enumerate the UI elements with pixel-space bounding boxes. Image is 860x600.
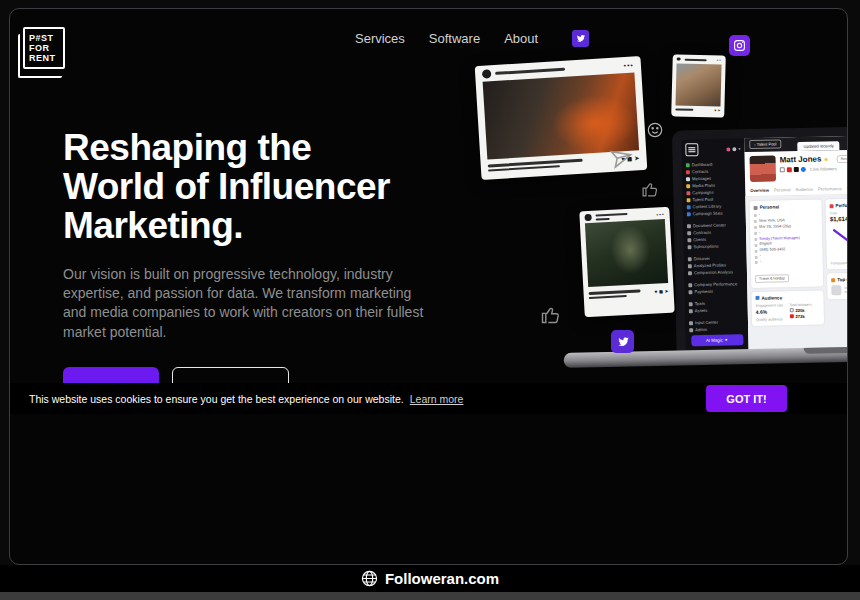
logo-line: FOR: [29, 43, 63, 53]
avatar: [584, 214, 591, 221]
personal-row-icon: [755, 255, 758, 258]
bottom-strip: [0, 592, 860, 600]
total-followers-label: Total followers: [789, 303, 812, 307]
username-placeholder: [595, 212, 627, 216]
youtube-icon: [789, 315, 793, 319]
engagement-rate-value: 4.6%: [756, 308, 784, 315]
engagement-rate-label: Engagement rate: [756, 303, 784, 308]
sidebar-item-label: Messages: [692, 176, 711, 181]
sidebar-item-label: Discover: [694, 256, 710, 261]
personal-row-icon: [754, 214, 757, 217]
site-footer: Followeran.com: [0, 565, 860, 592]
post-footer: ♥ ➤: [671, 105, 724, 114]
caption-placeholder: [589, 289, 641, 294]
thumbs-up-icon: [540, 305, 560, 325]
chart-icon: [830, 204, 834, 208]
sidebar-item-label: Campaigns: [692, 190, 713, 195]
sidebar-item-label: Comparison Analysis: [694, 269, 733, 275]
sidebar-item-label: Company Performance: [694, 281, 737, 287]
sidebar-item-label: Campaign Stats: [693, 211, 723, 217]
ai-magic-button[interactable]: AI Magic ✦: [691, 334, 743, 346]
got-it-button[interactable]: GOT IT!: [706, 385, 787, 412]
sidebar-item-icon: [686, 198, 690, 202]
dashboard-sidebar: ▾ DashboardContactsMessagesMedia PlansCa…: [681, 138, 748, 351]
hero-title-line: Reshaping the: [63, 129, 390, 168]
hero-title-line: Marketing.: [63, 207, 390, 246]
instagram-icon: [789, 309, 793, 313]
back-to-talent-pool-tab[interactable]: ‹ Talent Pool: [749, 139, 781, 149]
sidebar-item-icon: [688, 283, 692, 287]
more-options-icon: •••: [656, 210, 665, 216]
post-card-forest: ••• ♥ ◼ ➤: [579, 207, 674, 318]
post-photo-selfie: [675, 63, 721, 106]
like-comment-icons: ♥ ➤: [714, 108, 720, 112]
performance-line-chart: [830, 223, 848, 254]
personal-row-icon: [754, 238, 757, 241]
twitter-icon[interactable]: [611, 330, 634, 353]
cost-label: Cost: [830, 210, 848, 215]
personal-row-icon: [754, 250, 757, 253]
campaign-text-placeholder: [844, 284, 848, 295]
like-comment-share-icons: ♥ ◼ ➤: [654, 287, 668, 294]
twitter-bird-icon: [575, 33, 586, 44]
dashboard-sidebar-menu: DashboardContactsMessagesMedia PlansCamp…: [686, 160, 745, 333]
sidebar-item-icon: [687, 245, 691, 249]
laptop-bezel: ▾ DashboardContactsMessagesMedia PlansCa…: [672, 126, 848, 351]
personal-row-icon: [754, 232, 757, 235]
sidebar-item-icon: [689, 328, 693, 332]
avatar: [482, 69, 492, 79]
nav-link-services[interactable]: Services: [355, 31, 405, 46]
username-placeholder: [495, 68, 565, 75]
sidebar-item-label: Input Center: [695, 320, 718, 325]
sidebar-item-icon: [687, 224, 691, 228]
profile-tab-overview[interactable]: Overview: [750, 188, 769, 193]
sidebar-item-icon: [687, 212, 691, 216]
personal-row-value: -: [760, 260, 761, 266]
pin-icon: [726, 147, 730, 151]
sidebar-item-label: Media Plans: [692, 183, 715, 188]
top-campaigns-card: Top campaigns: [827, 272, 848, 300]
cost-value: $1,614 USD: [830, 215, 848, 222]
sidebar-item-label: Contracts: [693, 230, 711, 235]
globe-icon: [361, 570, 378, 587]
sidebar-item-icon: [686, 170, 690, 174]
learn-more-link[interactable]: Learn more: [410, 393, 464, 405]
youtube-icon: [787, 167, 792, 172]
footer-brand: Followeran.com: [385, 570, 499, 587]
personal-row: -: [755, 259, 819, 266]
personal-row-icon: [755, 261, 758, 264]
profile-name: Matt Jones: [780, 155, 822, 165]
personal-row-value: (445) 535-3432: [759, 248, 785, 254]
sidebar-item-label: Team: [695, 301, 705, 306]
travel-holiday-button[interactable]: Travel & holiday: [755, 274, 789, 283]
sidebar-item-icon: [689, 309, 693, 313]
profile-tab-audience[interactable]: Audience: [795, 187, 813, 192]
profile-tab-content[interactable]: Content: [847, 186, 848, 191]
top-campaigns-title: Top campaigns: [837, 277, 848, 283]
user-icon: [732, 147, 736, 151]
sidebar-item-icon: [687, 238, 691, 242]
username-placeholder: [684, 58, 706, 61]
audience-card: Audience Engagement rate 4.6% Quality au…: [751, 290, 824, 326]
post-for-rent-logo[interactable]: P#ST FOR RENT: [23, 27, 65, 69]
nav-link-about[interactable]: About: [504, 31, 538, 46]
remove-favorites-button[interactable]: Remove from favorites: [837, 154, 848, 163]
personal-rows: -New York, USAMar 25, 1994 (26y)-Sandy (…: [754, 212, 819, 266]
sidebar-item-label: Assets: [695, 308, 708, 313]
facebook-icon: [801, 167, 806, 172]
instagram-icon[interactable]: [729, 35, 750, 56]
twitter-icon[interactable]: [572, 30, 589, 47]
nav-link-software[interactable]: Software: [429, 31, 480, 46]
dashboard-screen: ▾ DashboardContactsMessagesMedia PlansCa…: [681, 135, 848, 351]
profile-tab-performance[interactable]: Performance: [818, 186, 842, 192]
audience-icon: [755, 296, 759, 300]
sidebar-item-icon: [688, 271, 692, 275]
instagram-followers: 220k: [795, 308, 804, 313]
sidebar-item-icon: [686, 163, 690, 167]
twitter-bird-icon: [616, 335, 630, 349]
sidebar-header: ▾: [685, 142, 740, 156]
profile-tab-personal[interactable]: Personal: [774, 187, 791, 192]
sidebar-item-admin[interactable]: Admin: [689, 325, 744, 333]
smiley-emoji-icon: [647, 122, 663, 138]
chevron-down-icon: ▾: [738, 146, 740, 151]
